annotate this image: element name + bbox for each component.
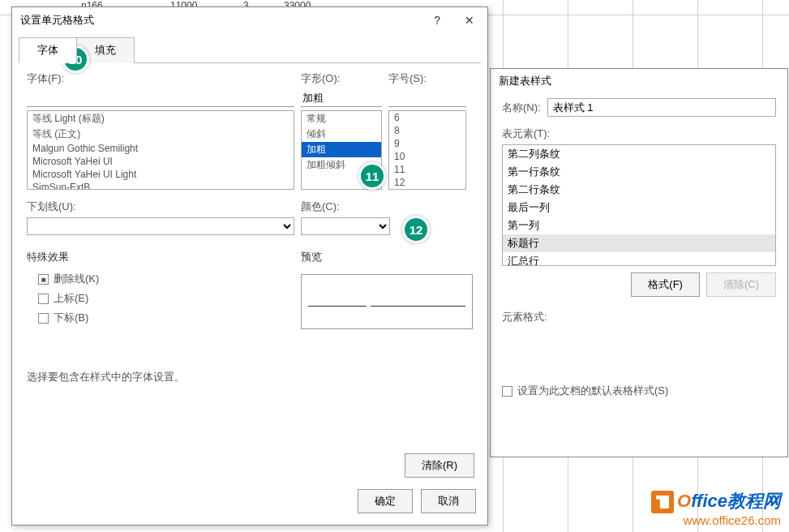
subscript-label: 下标(B): [54, 311, 88, 325]
default-style-label: 设置为此文档的默认表格样式(S): [517, 384, 668, 398]
dialog2-title: 新建表样式: [491, 69, 787, 93]
list-item[interactable]: 汇总行: [503, 252, 775, 266]
list-item[interactable]: 等线 Light (标题): [28, 111, 294, 127]
list-item[interactable]: 标题行: [503, 234, 775, 252]
list-item[interactable]: 6: [389, 111, 465, 124]
office-logo-icon: [651, 491, 674, 513]
default-style-checkbox[interactable]: [502, 386, 512, 397]
ok-button[interactable]: 确定: [358, 489, 413, 513]
watermark-o: O: [677, 491, 691, 511]
dialog-title: 设置单元格格式: [20, 13, 94, 28]
style-label: 字形(O):: [301, 71, 382, 86]
list-item[interactable]: Microsoft YaHei UI Light: [28, 168, 294, 181]
watermark-url: www.office26.com: [651, 513, 781, 527]
help-button[interactable]: ?: [429, 12, 445, 28]
underline-label: 下划线(U):: [27, 200, 294, 214]
info-text: 选择要包含在样式中的字体设置。: [27, 370, 473, 384]
preview-label: 预览: [301, 250, 473, 264]
color-label: 颜色(C):: [301, 200, 390, 214]
cancel-button[interactable]: 取消: [421, 489, 476, 513]
tab-font[interactable]: 字体: [19, 37, 77, 63]
callout-12: 12: [402, 216, 430, 243]
size-input[interactable]: [388, 89, 466, 107]
font-input[interactable]: [27, 89, 294, 107]
superscript-label: 上标(E): [54, 291, 88, 306]
font-listbox[interactable]: 等线 Light (标题) 等线 (正文) Malgun Gothic Semi…: [27, 110, 294, 190]
list-item[interactable]: 12: [389, 176, 465, 189]
list-item[interactable]: Microsoft YaHei UI: [28, 155, 294, 168]
clear-button[interactable]: 清除(C): [706, 272, 776, 297]
list-item[interactable]: 第一行条纹: [503, 163, 775, 181]
list-item[interactable]: SimSun-ExtB: [28, 181, 294, 190]
list-item[interactable]: 倾斜: [302, 127, 381, 142]
subscript-checkbox[interactable]: [38, 313, 49, 324]
size-listbox[interactable]: 6 8 9 10 11 12: [388, 110, 466, 190]
list-item[interactable]: 第一列: [503, 217, 775, 234]
close-button[interactable]: ✕: [460, 12, 479, 28]
watermark-ffice: ffice: [691, 491, 727, 511]
list-item[interactable]: 9: [389, 137, 465, 150]
strike-checkbox[interactable]: ■: [38, 274, 49, 285]
list-item[interactable]: 8: [389, 124, 465, 137]
list-item[interactable]: 最后一列: [503, 199, 775, 217]
clear-r-button[interactable]: 清除(R): [405, 453, 474, 478]
strike-label: 删除线(K): [54, 272, 99, 286]
style-input[interactable]: [301, 89, 382, 107]
table-elements-list[interactable]: 第二列条纹 第一行条纹 第二行条纹 最后一列 第一列 标题行 汇总行 第一个标题…: [502, 144, 776, 266]
effects-label: 特殊效果: [27, 250, 294, 264]
list-item[interactable]: 第二行条纹: [503, 181, 775, 199]
list-item[interactable]: 常规: [302, 111, 381, 127]
watermark-cn: 教程网: [727, 491, 781, 511]
underline-combo[interactable]: [27, 217, 294, 235]
list-item[interactable]: 等线 (正文): [28, 127, 294, 142]
list-item[interactable]: 第二列条纹: [503, 145, 775, 163]
format-button[interactable]: 格式(F): [631, 272, 700, 297]
name-label: 名称(N):: [502, 101, 541, 115]
list-item[interactable]: 11: [389, 163, 465, 176]
superscript-checkbox[interactable]: [38, 294, 49, 304]
list-item[interactable]: Malgun Gothic Semilight: [28, 142, 294, 155]
element-format-label: 元素格式:: [502, 310, 776, 324]
size-label: 字号(S):: [388, 71, 466, 86]
format-cells-dialog: 设置单元格格式 ? ✕ 字体 填充 字体(F): 等线 Light (标题) 等…: [11, 6, 488, 526]
font-label: 字体(F):: [27, 71, 294, 86]
elements-label: 表元素(T):: [502, 127, 776, 141]
list-item[interactable]: 10: [389, 150, 465, 163]
watermark: Office教程网 www.office26.com: [651, 489, 781, 527]
list-item[interactable]: 加粗: [302, 142, 381, 157]
preview-box: [301, 274, 473, 329]
new-table-style-dialog: 新建表样式 名称(N): 表元素(T): 第二列条纹 第一行条纹 第二行条纹 最…: [490, 68, 788, 457]
callout-11: 11: [358, 162, 386, 190]
color-combo[interactable]: [301, 217, 390, 235]
style-name-input[interactable]: [547, 98, 776, 117]
